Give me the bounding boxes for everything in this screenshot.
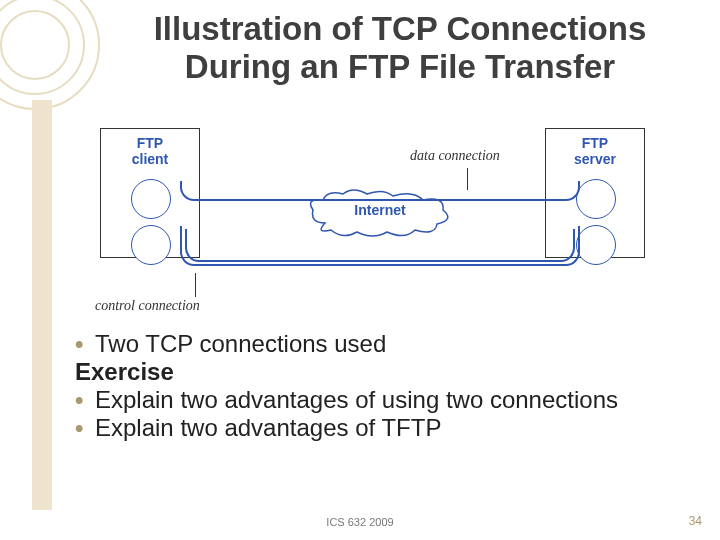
bullet-3: Explain two advantages of TFTP	[75, 414, 690, 442]
content-block: Two TCP connections used Exercise Explai…	[75, 330, 690, 442]
client-control-port-icon	[131, 225, 171, 265]
internet-label: Internet	[305, 202, 455, 218]
bullet-1: Two TCP connections used	[75, 330, 690, 358]
server-control-port-icon	[576, 225, 616, 265]
control-connection-line-inner	[185, 229, 575, 262]
ftp-client-label: FTPclient	[101, 129, 199, 167]
side-stripe	[32, 100, 52, 510]
page-number: 34	[689, 514, 702, 528]
data-connection-line	[180, 181, 580, 201]
server-data-port-icon	[576, 179, 616, 219]
exercise-heading: Exercise	[75, 358, 690, 386]
slide-title: Illustration of TCP Connections During a…	[0, 0, 720, 86]
footer-text: ICS 632 2009	[0, 516, 720, 528]
title-line-1: Illustration of TCP Connections	[154, 10, 647, 47]
ftp-diagram: FTPclient FTPserver Internet data connec…	[95, 108, 650, 293]
bullet-2: Explain two advantages of using two conn…	[75, 386, 690, 414]
annotation-leader-control	[195, 273, 196, 297]
client-data-port-icon	[131, 179, 171, 219]
control-connection-annotation: control connection	[95, 298, 200, 314]
annotation-leader-data	[467, 168, 468, 190]
title-line-2: During an FTP File Transfer	[185, 48, 615, 85]
data-connection-annotation: data connection	[410, 148, 500, 164]
ftp-server-label: FTPserver	[546, 129, 644, 167]
